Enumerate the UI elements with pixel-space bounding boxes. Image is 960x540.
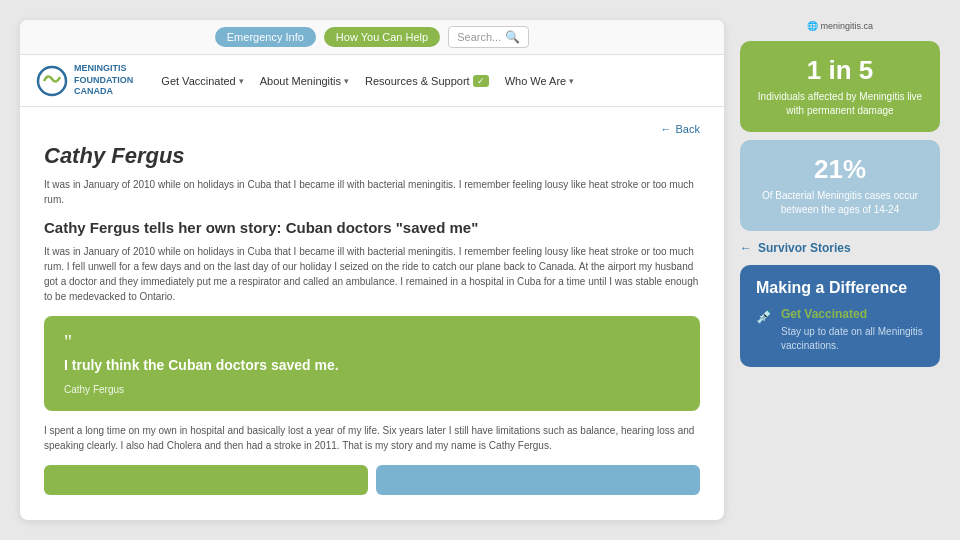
nav-items: Get Vaccinated ▾ About Meningitis ▾ Reso… [161,75,708,87]
quote-mark-icon: " [64,332,680,352]
quote-text: I truly think the Cuban doctors saved me… [64,356,680,376]
stat-1-desc: Individuals affected by Meningitis live … [756,90,924,118]
making-diff-title: Making a Difference [756,279,924,297]
nav-about-meningitis-label: About Meningitis [260,75,341,87]
left-panel: Emergency Info How You Can Help Search..… [20,20,724,520]
website-url: meningitis.ca [820,21,873,31]
logo-text: MENINGITIS FOUNDATION CANADA [74,63,133,98]
quote-box: " I truly think the Cuban doctors saved … [44,316,700,411]
stat-2-number: 21% [756,154,924,185]
stat-card-2: 21% Of Bacterial Meningitis cases occur … [740,140,940,231]
how-you-can-help-button[interactable]: How You Can Help [324,27,440,47]
back-link[interactable]: ← Back [44,123,700,135]
survivor-stories-label: Survivor Stories [758,241,851,255]
nav-about-meningitis[interactable]: About Meningitis ▾ [260,75,349,87]
nav-get-vaccinated-label: Get Vaccinated [161,75,235,87]
nav-who-we-are-label: Who We Are [505,75,567,87]
nav-resources-support-label: Resources & Support [365,75,470,87]
body-text: It was in January of 2010 while on holid… [44,244,700,304]
content-area: ← Back Cathy Fergus It was in January of… [20,107,724,520]
survivor-stories-link[interactable]: ← Survivor Stories [740,239,940,257]
intro-text: It was in January of 2010 while on holid… [44,177,700,207]
nav-get-vaccinated[interactable]: Get Vaccinated ▾ [161,75,243,87]
get-vaccinated-link[interactable]: Get Vaccinated [781,307,924,321]
chevron-down-icon: ▾ [569,76,574,86]
stat-2-desc: Of Bacterial Meningitis cases occur betw… [756,189,924,217]
bottom-box-blue [376,465,700,495]
logo-icon [36,65,68,97]
bottom-text: I spent a long time on my own in hospita… [44,423,700,453]
back-label: Back [676,123,700,135]
search-icon: 🔍 [505,30,520,44]
emergency-info-button[interactable]: Emergency Info [215,27,316,47]
page-title: Cathy Fergus [44,143,700,169]
back-arrow-icon: ← [661,123,672,135]
making-diff-content: Get Vaccinated Stay up to date on all Me… [781,307,924,353]
syringe-icon: 💉 [756,308,773,324]
stat-card-1: 1 in 5 Individuals affected by Meningiti… [740,41,940,132]
section-title: Cathy Fergus tells her own story: Cuban … [44,219,700,236]
website-label: 🌐 meningitis.ca [740,20,940,31]
back-arrow-icon: ← [740,241,752,255]
website-icon: 🌐 [807,21,821,31]
stat-1-number: 1 in 5 [756,55,924,86]
search-placeholder-text: Search... [457,31,501,43]
get-vaccinated-sub: Stay up to date on all Meningitis vaccin… [781,325,924,353]
making-diff-item: 💉 Get Vaccinated Stay up to date on all … [756,307,924,353]
top-bar: Emergency Info How You Can Help Search..… [20,20,724,55]
nav-bar: MENINGITIS FOUNDATION CANADA Get Vaccina… [20,55,724,107]
chevron-down-icon: ▾ [344,76,349,86]
nav-resources-support[interactable]: Resources & Support ✓ [365,75,489,87]
nav-who-we-are[interactable]: Who We Are ▾ [505,75,575,87]
search-area[interactable]: Search... 🔍 [448,26,529,48]
bottom-box-green [44,465,368,495]
bottom-boxes [44,465,700,495]
logo: MENINGITIS FOUNDATION CANADA [36,63,133,98]
nav-badge: ✓ [473,75,489,87]
chevron-down-icon: ▾ [239,76,244,86]
quote-author: Cathy Fergus [64,384,680,395]
right-panel: 🌐 meningitis.ca 1 in 5 Individuals affec… [740,20,940,520]
making-difference-card: Making a Difference 💉 Get Vaccinated Sta… [740,265,940,367]
